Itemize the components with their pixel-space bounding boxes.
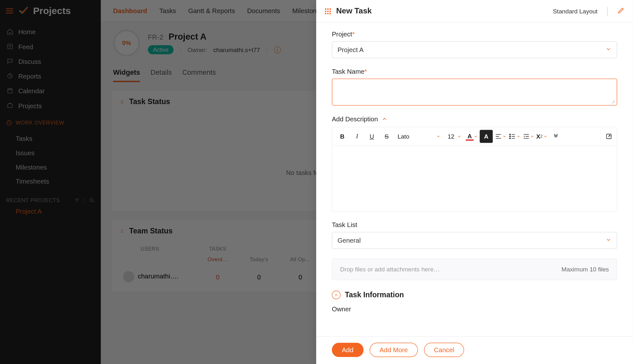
- section-task-info[interactable]: Task Information: [332, 291, 617, 299]
- font-size: 12: [448, 133, 454, 140]
- field-description: Add Description B I U S Lato 12 A A: [332, 115, 617, 212]
- task-name-input[interactable]: [332, 79, 617, 103]
- field-label: Task Name*: [332, 68, 617, 75]
- font-size-select[interactable]: 12: [445, 130, 464, 143]
- project-select[interactable]: Project A: [332, 41, 617, 58]
- svg-rect-28: [330, 13, 331, 14]
- add-more-button[interactable]: Add More: [370, 343, 418, 357]
- field-label: Add Description: [332, 115, 378, 123]
- modal-backdrop[interactable]: [0, 0, 316, 364]
- chevron-up-icon: [381, 116, 387, 122]
- svg-point-31: [510, 138, 511, 139]
- task-name-input-wrap: [332, 79, 617, 105]
- bold-button[interactable]: B: [336, 130, 349, 143]
- select-value: Project A: [338, 46, 364, 53]
- svg-rect-26: [325, 13, 326, 14]
- chevron-down-icon: [606, 46, 612, 53]
- svg-rect-25: [330, 11, 331, 12]
- svg-rect-20: [325, 8, 326, 10]
- panel-footer: Add Add More Cancel: [316, 336, 633, 364]
- rich-text-editor: B I U S Lato 12 A A X2: [332, 127, 617, 211]
- attachments-dropzone[interactable]: Drop files or add attachments here… Maxi…: [332, 258, 617, 280]
- field-label: Task List: [332, 221, 617, 228]
- more-button[interactable]: [550, 130, 563, 143]
- tasklist-select[interactable]: General: [332, 232, 617, 249]
- svg-rect-24: [327, 11, 329, 12]
- underline-button[interactable]: U: [365, 130, 379, 143]
- select-value: General: [338, 237, 361, 244]
- text-color-button[interactable]: A: [466, 130, 478, 143]
- font-family-select[interactable]: Lato: [395, 130, 443, 143]
- layout-label[interactable]: Standard Layout: [553, 8, 598, 15]
- expand-button[interactable]: [600, 130, 613, 143]
- field-label: Owner: [332, 305, 617, 313]
- svg-point-30: [510, 136, 511, 137]
- script-button[interactable]: X2: [536, 130, 548, 143]
- field-project: Project* Project A: [332, 30, 617, 58]
- panel-header: New Task Standard Layout: [316, 0, 633, 23]
- new-task-panel: New Task Standard Layout Project* Projec…: [316, 0, 633, 364]
- chevron-down-icon: [606, 237, 612, 244]
- section-label: Task Information: [345, 291, 404, 299]
- panel-body: Project* Project A Task Name* Add Descri…: [316, 23, 633, 336]
- apps-grid-icon[interactable]: [324, 7, 332, 15]
- rte-toolbar: B I U S Lato 12 A A X2: [332, 127, 617, 146]
- field-owner: Owner: [332, 305, 617, 313]
- rte-textarea[interactable]: [332, 146, 617, 211]
- divider: [607, 7, 607, 15]
- resize-grip-icon[interactable]: [610, 98, 616, 104]
- dropzone-text: Drop files or add attachments here…: [340, 266, 440, 273]
- panel-title: New Task: [336, 6, 549, 16]
- svg-rect-21: [327, 8, 329, 10]
- list-button[interactable]: [508, 130, 520, 143]
- svg-rect-27: [327, 13, 329, 14]
- svg-rect-23: [325, 11, 326, 12]
- font-name: Lato: [397, 133, 409, 140]
- align-button[interactable]: [495, 130, 507, 143]
- svg-point-29: [510, 134, 511, 135]
- svg-rect-22: [330, 8, 331, 10]
- add-button[interactable]: Add: [332, 343, 363, 357]
- field-task-name: Task Name*: [332, 68, 617, 105]
- collapse-circle-icon: [332, 291, 340, 299]
- cancel-button[interactable]: Cancel: [424, 343, 464, 357]
- field-label: Project*: [332, 30, 617, 38]
- edit-icon[interactable]: [617, 6, 625, 16]
- field-task-list: Task List General: [332, 221, 617, 249]
- indent-button[interactable]: [522, 130, 535, 143]
- italic-button[interactable]: I: [350, 130, 363, 143]
- strike-button[interactable]: S: [380, 130, 393, 143]
- description-toggle[interactable]: Add Description: [332, 115, 617, 123]
- highlight-button[interactable]: A: [480, 130, 493, 143]
- dropzone-max: Maximum 10 files: [561, 266, 609, 273]
